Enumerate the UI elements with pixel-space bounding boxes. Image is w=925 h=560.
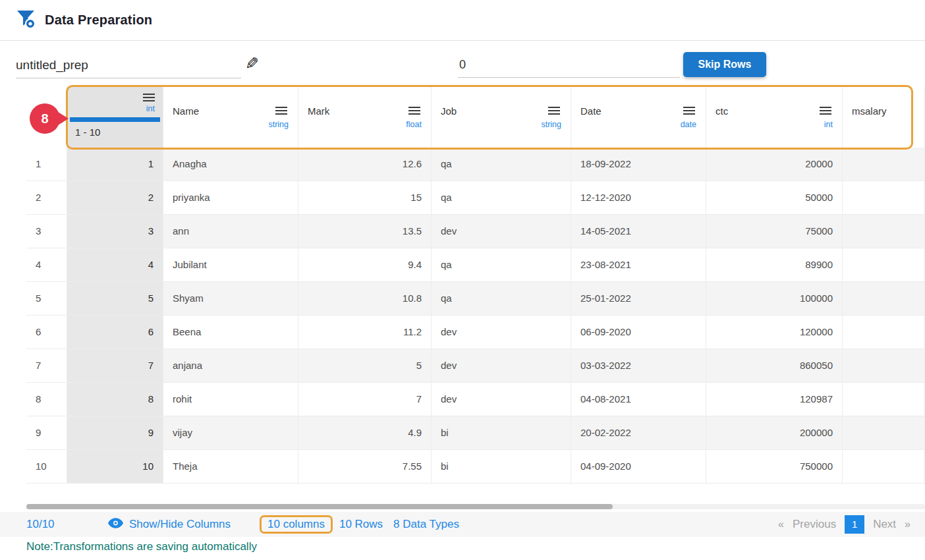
data-table: 8 int 1 - 10 Name string Mark float [26, 87, 925, 512]
edit-pencil-icon[interactable]: ✎ [245, 54, 259, 73]
name-cell: ann [163, 215, 298, 248]
prep-toolbar: ✎ Skip Rows [0, 41, 925, 87]
ctc-cell: 50000 [706, 181, 843, 215]
index-cell: 10 [67, 450, 163, 484]
date-cell: 23-08-2021 [571, 248, 706, 282]
table-grid: int 1 - 10 Name string Mark float Job st… [26, 87, 925, 484]
table-body: 11Anagha12.6qa18-09-20222000022priyanka1… [26, 148, 925, 484]
index-cell: 4 [67, 248, 163, 282]
pagination: « Previous 1 Next » [778, 515, 911, 534]
eye-icon [108, 518, 123, 532]
badge-arrow-icon [58, 112, 69, 125]
date-cell: 18-09-2022 [571, 148, 706, 181]
table-row: 77anjana5dev03-03-2022860050 [26, 349, 925, 383]
column-label: Date [580, 105, 602, 117]
mark-cell: 9.4 [298, 248, 432, 282]
table-footer: 10/10 Show/Hide Columns 10 columns 10 Ro… [0, 512, 925, 537]
msalary-cell [843, 416, 925, 450]
table-row: 11Anagha12.6qa18-09-202220000 [26, 148, 925, 181]
date-cell: 20-02-2022 [571, 416, 706, 450]
column-menu-icon[interactable] [820, 107, 831, 115]
job-cell: dev [432, 349, 571, 383]
msalary-cell [843, 349, 925, 383]
column-label: Mark [308, 105, 329, 117]
ctc-cell: 860050 [706, 349, 843, 383]
name-cell: Beena [163, 316, 298, 349]
table-row: 55Shyam10.8qa25-01-2022100000 [26, 282, 925, 316]
date-cell: 25-01-2022 [571, 282, 706, 316]
index-column-header[interactable]: int 1 - 10 [67, 87, 163, 148]
num-cell: 4 [26, 248, 67, 282]
step-count-badge: 8 [30, 103, 73, 134]
num-cell: 3 [26, 215, 67, 248]
mark-cell: 7 [298, 383, 432, 416]
num-cell: 10 [26, 450, 67, 484]
table-row: 33ann13.5dev14-05-202175000 [26, 215, 925, 248]
column-type: date [681, 120, 696, 129]
column-menu-icon[interactable] [548, 107, 560, 115]
previous-arrow-icon[interactable]: « [778, 518, 784, 530]
date-cell: 03-03-2022 [571, 349, 706, 383]
skip-rows-button[interactable]: Skip Rows [683, 52, 766, 77]
msalary-cell [843, 316, 925, 349]
name-cell: rohit [163, 383, 298, 416]
name-cell: priyanka [163, 181, 298, 215]
data-types-count-label: 8 Data Types [393, 518, 459, 531]
name-cell: Theja [163, 450, 298, 484]
job-cell: qa [432, 148, 571, 181]
column-menu-icon[interactable] [143, 94, 155, 101]
name-cell: Jubilant [163, 248, 298, 282]
column-header-ctc[interactable]: ctc int [706, 87, 843, 148]
column-header-msalary[interactable]: msalary [843, 87, 925, 148]
index-cell: 8 [67, 383, 163, 416]
prep-name-input[interactable] [16, 57, 241, 78]
column-header-date[interactable]: Date date [571, 87, 706, 148]
current-page-button[interactable]: 1 [845, 515, 864, 534]
next-arrow-icon[interactable]: » [905, 518, 911, 530]
show-hide-columns-toggle[interactable]: Show/Hide Columns [108, 518, 231, 532]
column-type: int [824, 120, 833, 129]
table-row: 99vijay4.9bi20-02-2022200000 [26, 416, 925, 450]
ctc-cell: 200000 [706, 416, 843, 450]
msalary-cell [843, 181, 925, 215]
mark-cell: 4.9 [298, 416, 432, 450]
num-cell: 6 [26, 316, 67, 349]
job-cell: dev [432, 383, 571, 416]
column-type: string [541, 120, 561, 129]
name-cell: vijay [163, 416, 298, 450]
next-page-button[interactable]: Next [873, 518, 896, 531]
column-menu-icon[interactable] [275, 107, 287, 115]
previous-page-button[interactable]: Previous [793, 518, 836, 531]
num-cell: 5 [26, 282, 67, 316]
ctc-cell: 20000 [706, 148, 843, 181]
name-cell: Anagha [163, 148, 298, 181]
skip-rows-input[interactable] [458, 57, 680, 78]
row-count-indicator: 10/10 [26, 518, 108, 531]
index-cell: 5 [67, 282, 163, 316]
scrollbar-thumb[interactable] [26, 504, 613, 509]
columns-count-label[interactable]: 10 columns [260, 515, 333, 534]
date-cell: 04-08-2021 [571, 383, 706, 416]
mark-cell: 13.5 [298, 215, 432, 248]
column-menu-icon[interactable] [408, 107, 420, 115]
horizontal-scrollbar[interactable] [26, 504, 925, 509]
msalary-cell [843, 383, 925, 416]
index-cell: 3 [67, 215, 163, 248]
mark-cell: 11.2 [298, 316, 432, 349]
index-cell: 6 [67, 316, 163, 349]
column-header-mark[interactable]: Mark float [298, 87, 432, 148]
column-menu-icon[interactable] [683, 107, 695, 115]
autosave-note: Note:Transformations are saving automati… [26, 540, 925, 553]
show-hide-columns-label: Show/Hide Columns [129, 518, 231, 531]
ctc-cell: 89900 [706, 248, 843, 282]
job-cell: dev [432, 316, 571, 349]
job-cell: qa [432, 181, 571, 215]
table-row: 88rohit7dev04-08-2021120987 [26, 383, 925, 416]
mark-cell: 12.6 [298, 148, 432, 181]
badge-count: 8 [30, 103, 60, 134]
num-cell: 2 [26, 181, 67, 215]
column-header-name[interactable]: Name string [163, 87, 298, 148]
job-cell: qa [432, 248, 571, 282]
column-label: Name [173, 105, 199, 117]
column-header-job[interactable]: Job string [432, 87, 571, 148]
